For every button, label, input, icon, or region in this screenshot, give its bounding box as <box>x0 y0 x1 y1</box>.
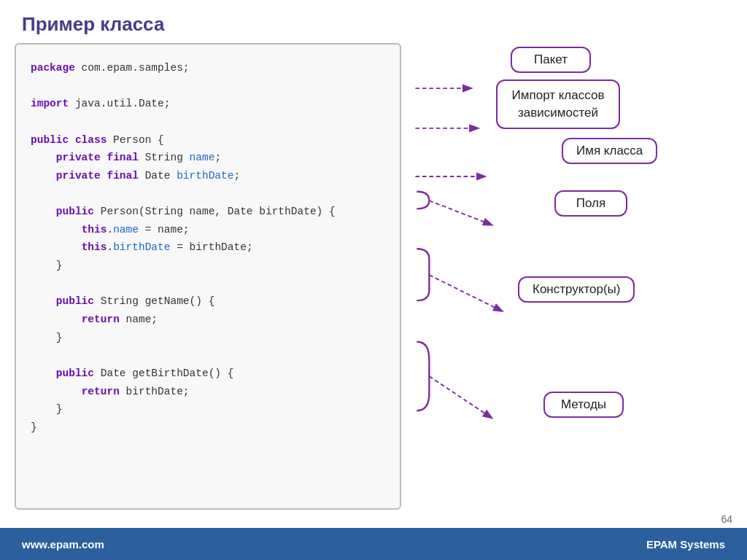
code-line-ctor1: this.name = name; <box>31 221 385 239</box>
annotation-import: Импорт классов зависимостей <box>496 79 620 129</box>
code-line-blank2 <box>31 113 385 131</box>
footer-website: www.epam.com <box>22 538 104 551</box>
annotation-fields: Поля <box>554 190 627 217</box>
code-line-blank4 <box>31 275 385 293</box>
code-line-class-close: } <box>31 419 385 437</box>
code-line-class: public class Person { <box>31 131 385 149</box>
code-line-field1: private final String name; <box>31 149 385 167</box>
code-box: package com.epam.samples; import java.ut… <box>15 43 401 510</box>
code-line-ctor2: this.birthDate = birthDate; <box>31 238 385 257</box>
code-line-m1b: return name; <box>31 311 385 329</box>
svg-line-5 <box>429 275 501 311</box>
code-line-m2b: return birthDate; <box>31 383 385 401</box>
code-line-ctor: public Person(String name, Date birthDat… <box>31 203 385 221</box>
code-line-m1c: } <box>31 329 385 347</box>
code-line-blank5 <box>31 346 385 365</box>
annotation-class-name: Имя класса <box>562 138 657 164</box>
code-line-blank1 <box>31 77 385 96</box>
svg-line-6 <box>429 376 491 418</box>
code-line-m2: public Date getBirthDate() { <box>31 365 385 383</box>
code-line-blank3 <box>31 184 385 203</box>
code-line-m1: public String getName() { <box>31 292 385 311</box>
code-line-field2: private final Date birthDate; <box>31 167 385 185</box>
footer-company: EPAM Systems <box>646 538 725 551</box>
svg-line-4 <box>429 201 491 225</box>
annotations-panel: Пакет Импорт классов зависимостей Имя кл… <box>409 43 732 510</box>
footer: www.epam.com EPAM Systems <box>0 528 747 560</box>
annotation-paket: Пакет <box>511 47 591 73</box>
code-line-import: import java.util.Date; <box>31 95 385 113</box>
page-number: 64 <box>721 513 732 525</box>
annotation-methods: Методы <box>543 392 624 418</box>
page-title: Пример класса <box>0 0 747 43</box>
code-line-m2c: } <box>31 400 385 419</box>
code-line-package: package com.epam.samples; <box>31 59 385 77</box>
code-line-ctor-close: } <box>31 257 385 275</box>
annotation-constructor: Конструктор(ы) <box>518 276 635 303</box>
main-content: package com.epam.samples; import java.ut… <box>0 43 747 510</box>
